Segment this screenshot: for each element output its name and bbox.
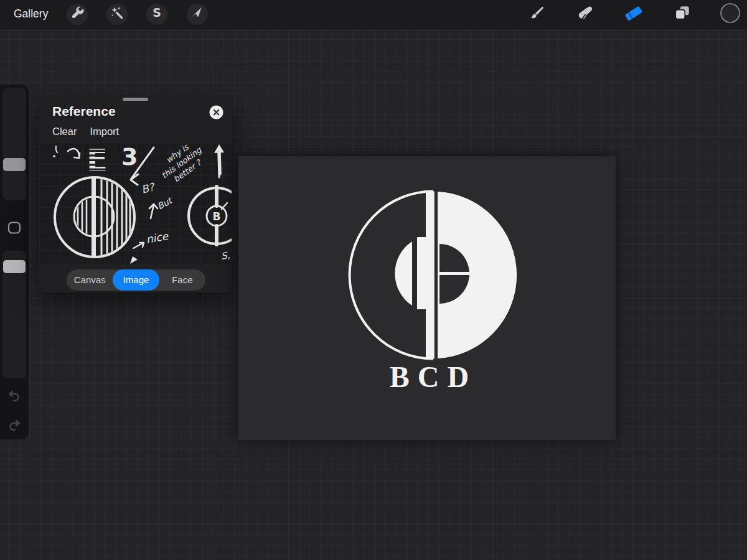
layers-button[interactable]	[672, 4, 693, 25]
color-button[interactable]	[720, 4, 741, 25]
logo-text: BCD	[390, 360, 477, 393]
sketch-s: S,	[220, 250, 231, 262]
wrench-icon	[70, 6, 85, 23]
eraser-icon	[624, 4, 643, 24]
layers-icon	[674, 4, 691, 24]
sketch-letter-b: B	[213, 210, 221, 223]
smudge-icon	[576, 4, 594, 24]
reference-sketch: E 3 B? But nice why is this looking bett…	[39, 142, 232, 264]
clear-button[interactable]: Clear	[52, 126, 77, 138]
svg-text:S: S	[153, 6, 161, 19]
close-button[interactable]	[209, 105, 223, 119]
undo-icon	[7, 388, 22, 403]
redo-icon	[7, 418, 22, 432]
magic-wand-icon	[110, 6, 125, 23]
side-toolbar	[0, 85, 29, 439]
close-icon	[209, 105, 223, 119]
color-swatch	[720, 2, 741, 26]
erase-tool-button[interactable]	[623, 4, 644, 25]
drawing-canvas[interactable]: BCD	[238, 156, 616, 440]
sketch-letter-e: E	[87, 142, 108, 179]
undo-button[interactable]	[7, 388, 22, 403]
tab-image[interactable]: Image	[113, 269, 159, 291]
tab-canvas[interactable]: Canvas	[67, 269, 113, 291]
reference-tabs: Canvas Image Face	[67, 269, 205, 291]
reference-actions: Clear Import	[52, 126, 119, 138]
actions-button[interactable]	[67, 4, 88, 25]
transform-button[interactable]	[187, 4, 208, 25]
logo-inner-crossbar	[439, 272, 472, 275]
reference-image[interactable]: E 3 B? But nice why is this looking bett…	[39, 142, 232, 264]
reference-panel: Reference Clear Import	[39, 95, 232, 292]
logo-left-inner-disc	[395, 241, 412, 306]
sketch-but: But	[156, 195, 175, 212]
procreate-app: { "topbar": { "gallery_label": "Gallery"…	[0, 0, 747, 560]
logo-center-bar	[426, 191, 435, 359]
paint-tool-button[interactable]	[527, 4, 548, 25]
import-button[interactable]: Import	[90, 126, 119, 138]
tab-face[interactable]: Face	[159, 269, 205, 291]
brush-opacity-handle[interactable]	[3, 260, 26, 273]
sketch-number-3: 3	[121, 143, 138, 170]
logo-wide-bar	[417, 237, 426, 309]
bcd-logo-artwork: BCD	[238, 156, 616, 440]
reference-title: Reference	[52, 104, 116, 119]
brush-icon	[529, 5, 545, 24]
top-toolbar: Gallery S	[0, 0, 747, 29]
adjustments-button[interactable]	[106, 4, 128, 25]
modify-button[interactable]	[7, 221, 22, 236]
selection-button[interactable]: S	[146, 4, 167, 25]
transform-arrow-icon	[190, 6, 205, 23]
gallery-button[interactable]: Gallery	[14, 0, 48, 28]
logo-divider-gap	[435, 191, 438, 359]
sketch-bq: B?	[140, 180, 157, 196]
drag-handle[interactable]	[123, 98, 148, 101]
brush-size-slider[interactable]	[2, 88, 26, 200]
sketch-nice: nice	[145, 230, 170, 246]
smudge-tool-button[interactable]	[575, 4, 596, 25]
selection-s-icon: S	[149, 6, 164, 23]
redo-button[interactable]	[7, 418, 22, 432]
rounded-square-icon	[9, 223, 20, 233]
brush-size-handle[interactable]	[3, 158, 26, 171]
